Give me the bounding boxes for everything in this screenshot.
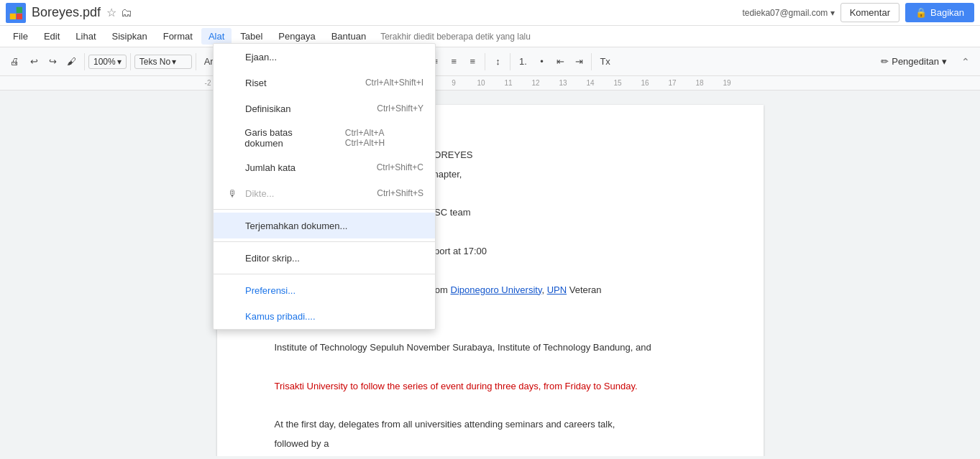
dd-riset[interactable]: Riset Ctrl+Alt+Shift+I: [214, 70, 435, 96]
menu-file[interactable]: File: [6, 28, 35, 45]
align-justify-button[interactable]: ≡: [464, 52, 481, 72]
toolbar-separator-10: [591, 53, 592, 70]
main-area: iversity Student Chapter participated BO…: [0, 91, 980, 456]
google-icon[interactable]: [6, 3, 26, 23]
dd-terjemahkan[interactable]: Terjemahkan dokumen...: [214, 213, 435, 238]
toolbar-separator-9: [510, 53, 510, 70]
dd-garis-batas[interactable]: Garis batas dokumen Ctrl+Alt+A Ctrl+Alt+…: [214, 121, 435, 154]
zoom-control[interactable]: 100% ▾: [88, 55, 127, 69]
ruler: -2 1 2 3 4 5 6 7 8 9 10 11 12 13 14 15 1…: [0, 76, 980, 91]
toolbar-separator-1: [84, 53, 85, 70]
dd-divider-3: [214, 274, 435, 274]
dd-divider-2: [214, 241, 435, 242]
clear-format-button[interactable]: Tx: [595, 52, 614, 72]
doc-line-11: Institute of Technology Sepuluh November…: [275, 340, 706, 356]
top-right: tedieka07@gmail.com ▾ Komentar 🔒 Bagikan: [742, 3, 974, 22]
increase-indent-button[interactable]: ⇥: [570, 52, 587, 72]
collapse-toolbar-button[interactable]: ⌃: [957, 52, 974, 72]
menu-sisipkan[interactable]: Sisipkan: [105, 28, 155, 45]
text-style-control[interactable]: Teks No ▾: [134, 55, 192, 69]
dd-divider-1: [214, 209, 435, 210]
autosave-text: Terakhir diedit beberapa detik yang lalu: [380, 32, 531, 42]
toolbar-separator-8: [485, 53, 485, 70]
dikte-icon: 🎙: [225, 188, 239, 199]
menu-lihat[interactable]: Lihat: [68, 28, 103, 45]
doc-line-13: Trisakti University to follow the series…: [275, 379, 706, 394]
pengeditan-control[interactable]: ✏ Pengeditan ▾: [875, 53, 953, 70]
menu-pengaya[interactable]: Pengaya: [271, 28, 322, 45]
doc-line-12: [275, 360, 706, 375]
title-icons: ☆ 🗂: [106, 6, 132, 19]
menu-edit[interactable]: Edit: [37, 28, 67, 45]
menu-bantuan[interactable]: Bantuan: [324, 28, 373, 45]
menu-bar: File Edit Lihat Sisipkan Format Alat Tab…: [0, 26, 980, 47]
komentar-button[interactable]: Komentar: [841, 3, 899, 22]
decrease-indent-button[interactable]: ⇤: [551, 52, 569, 72]
folder-icon[interactable]: 🗂: [121, 6, 132, 19]
align-right-button[interactable]: ≡: [445, 52, 462, 72]
menu-format[interactable]: Format: [156, 28, 200, 45]
menu-alat[interactable]: Alat: [201, 28, 232, 45]
doc-title: Boreyes.pdf: [32, 5, 101, 20]
menu-tabel[interactable]: Tabel: [233, 28, 270, 45]
dd-definisikan[interactable]: Definisikan Ctrl+Shift+Y: [214, 96, 435, 121]
dd-ejaan[interactable]: Ejaan...: [214, 44, 435, 70]
doc-area: iversity Student Chapter participated BO…: [0, 91, 980, 456]
ordered-list-button[interactable]: 1.: [514, 52, 531, 72]
star-icon[interactable]: ☆: [106, 6, 116, 19]
pencil-icon: ✏: [881, 56, 889, 67]
toolbar-separator-3: [196, 53, 196, 70]
svg-rect-2: [10, 13, 16, 19]
top-bar: Boreyes.pdf ☆ 🗂 tedieka07@gmail.com ▾ Ko…: [0, 0, 980, 26]
undo-button[interactable]: ↩: [25, 52, 42, 72]
svg-rect-1: [17, 6, 22, 12]
svg-rect-3: [17, 13, 22, 19]
toolbar: 🖨 ↩ ↪ 🖌 100% ▾ Teks No ▾ Arial ▾ 11 ▾ B …: [0, 47, 980, 76]
dd-kamus-pribadi[interactable]: Kamus pribadi....: [214, 303, 435, 329]
pengeditan-arrow: ▾: [942, 56, 947, 67]
unordered-list-button[interactable]: •: [533, 52, 550, 72]
print-button[interactable]: 🖨: [6, 52, 24, 72]
doc-line-15: At the first day, delegates from all uni…: [275, 417, 706, 432]
dd-dikte: 🎙 Dikte... Ctrl+Shift+S: [214, 180, 435, 206]
dd-preferensi[interactable]: Preferensi...: [214, 277, 435, 303]
svg-rect-0: [10, 6, 16, 12]
toolbar-separator-2: [130, 53, 131, 70]
redo-button[interactable]: ↪: [44, 52, 61, 72]
doc-line-14: [275, 398, 706, 413]
lock-icon: 🔒: [915, 7, 927, 18]
user-email: tedieka07@gmail.com ▾: [742, 8, 834, 18]
paint-format-button[interactable]: 🖌: [63, 52, 81, 72]
doc-line-16: followed by a: [275, 437, 706, 452]
dd-jumlah-kata[interactable]: Jumlah kata Ctrl+Shift+C: [214, 154, 435, 180]
bagikan-button[interactable]: 🔒 Bagikan: [905, 3, 974, 22]
dd-editor-skrip[interactable]: Editor skrip...: [214, 245, 435, 271]
line-spacing-button[interactable]: ↕: [489, 52, 506, 72]
alat-dropdown-menu: Ejaan... Riset Ctrl+Alt+Shift+I Definisi…: [213, 43, 436, 330]
